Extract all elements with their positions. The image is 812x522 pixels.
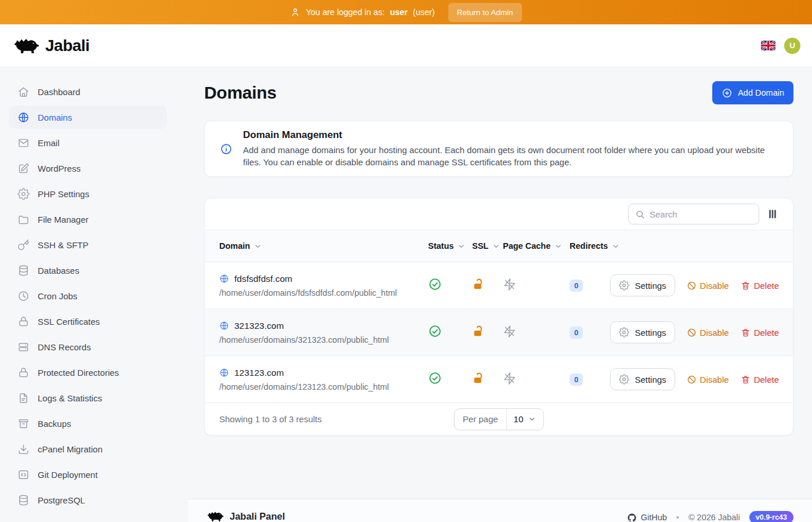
delete-button[interactable]: Delete	[741, 375, 779, 385]
download-icon	[17, 443, 30, 455]
trash-icon	[741, 281, 751, 291]
column-header-redirects: Redirects	[570, 241, 622, 251]
redirects-count-badge: 0	[570, 327, 583, 339]
sidebar-item-protected-directories[interactable]: Protected Directories	[9, 361, 167, 384]
copyright: © 2026 Jabali	[688, 513, 740, 522]
sidebar-item-php-settings[interactable]: PHP Settings	[9, 182, 167, 205]
per-page-label: Per page	[455, 409, 507, 430]
user-avatar[interactable]: U	[784, 38, 800, 54]
domain-cell: 123123.com /home/user/domains/123123.com…	[219, 368, 428, 392]
table-row: fdsfsdfdsf.com /home/user/domains/fdsfsd…	[205, 262, 793, 309]
sidebar-item-domains[interactable]: Domains	[9, 106, 167, 129]
settings-button[interactable]: Settings	[610, 368, 675, 390]
plus-circle-icon	[722, 88, 733, 99]
column-header-status: Status	[428, 241, 472, 251]
disable-button[interactable]: Disable	[687, 375, 729, 385]
globe-icon	[219, 321, 229, 331]
results-summary: Showing 1 to 3 of 3 results	[219, 414, 322, 424]
gear-icon	[619, 374, 629, 385]
sidebar-item-cron-jobs[interactable]: Cron Jobs	[9, 284, 167, 307]
globe-icon	[17, 111, 30, 124]
sidebar-item-dashboard[interactable]: Dashboard	[9, 80, 167, 103]
disable-button[interactable]: Disable	[687, 328, 729, 338]
footer-brand-name: Jabali Panel	[230, 511, 285, 522]
per-page-control[interactable]: Per page 10	[454, 408, 544, 430]
folder-icon	[17, 213, 30, 226]
status-enabled-icon	[428, 277, 442, 291]
settings-button[interactable]: Settings	[610, 274, 675, 296]
sidebar-item-backups[interactable]: Backups	[9, 412, 167, 435]
language-flag-icon[interactable]	[761, 41, 775, 50]
page-cache-off-icon	[503, 372, 516, 385]
domain-name: fdsfsdfdsf.com	[234, 274, 292, 284]
ban-icon	[687, 281, 697, 291]
sidebar-item-git-deployment[interactable]: Git Deployment	[9, 463, 167, 486]
sort-chevron-icon[interactable]	[492, 242, 501, 251]
database-icon	[17, 264, 30, 277]
domain-name: 123123.com	[234, 368, 284, 378]
sidebar-item-file-manager[interactable]: File Manager	[9, 208, 167, 231]
footer: Jabali Panel GitHub • © 2026 Jabali v0.9…	[188, 499, 812, 522]
sidebar-item-ssl-certificates[interactable]: SSL Certificates	[9, 310, 167, 333]
domain-path: /home/user/domains/123123.com/public_htm…	[219, 382, 428, 392]
status-enabled-icon	[428, 371, 442, 385]
domain-path: /home/user/domains/fdsfsdfdsf.com/public…	[219, 288, 428, 298]
domain-name: 321323.com	[234, 321, 284, 331]
admin-top-bar: You are logged in as: user (user) Return…	[0, 0, 812, 24]
sidebar-item-ssh-sftp[interactable]: SSH & SFTP	[9, 233, 167, 256]
globe-icon	[219, 274, 229, 284]
sidebar-item-logs-statistics[interactable]: Logs & Statistics	[9, 386, 167, 409]
globe-icon	[219, 368, 229, 378]
return-to-admin-button[interactable]: Return to Admin	[448, 3, 522, 22]
disable-button[interactable]: Disable	[687, 281, 729, 291]
server-icon	[17, 341, 30, 353]
brand: Jabali	[13, 36, 89, 55]
home-icon	[17, 86, 30, 98]
jabali-boar-logo-icon	[13, 36, 39, 55]
settings-button[interactable]: Settings	[610, 321, 675, 343]
mail-icon	[17, 137, 30, 149]
logged-in-role: (user)	[413, 8, 435, 17]
sort-chevron-icon[interactable]	[611, 242, 620, 251]
main-content: Domains Add Domain Domain Management Add…	[176, 67, 812, 522]
table-body: fdsfsdfdsf.com /home/user/domains/fdsfsd…	[205, 262, 793, 403]
sort-chevron-icon[interactable]	[457, 242, 466, 251]
add-domain-button[interactable]: Add Domain	[712, 81, 793, 104]
github-link[interactable]: GitHub	[627, 513, 667, 522]
sidebar-item-dns-records[interactable]: DNS Records	[9, 335, 167, 358]
ban-icon	[687, 375, 697, 385]
sidebar-item-cpanel-migration[interactable]: cPanel Migration	[9, 437, 167, 461]
column-visibility-button[interactable]	[765, 206, 780, 222]
version-badge: v0.9-rc43	[749, 511, 793, 522]
archive-icon	[17, 418, 30, 430]
table-row: 123123.com /home/user/domains/123123.com…	[205, 356, 793, 403]
sidebar-item-databases[interactable]: Databases	[9, 259, 167, 282]
delete-button[interactable]: Delete	[741, 328, 779, 338]
per-page-value: 10	[514, 414, 524, 424]
brand-name: Jabali	[45, 37, 89, 55]
footer-separator: •	[676, 513, 679, 522]
info-card: Domain Management Add and manage domains…	[204, 121, 793, 177]
clock-icon	[17, 290, 30, 302]
sidebar-item-email[interactable]: Email	[9, 131, 167, 154]
status-enabled-icon	[428, 324, 442, 338]
gear-icon	[17, 188, 30, 200]
delete-button[interactable]: Delete	[741, 281, 779, 291]
footer-brand: Jabali Panel	[206, 510, 285, 522]
trash-icon	[741, 328, 751, 338]
search-input[interactable]	[650, 209, 752, 219]
sort-chevron-icon[interactable]	[253, 242, 262, 251]
ssl-unlocked-icon	[472, 278, 485, 291]
ban-icon	[687, 328, 697, 338]
column-header-domain[interactable]: Domain	[219, 241, 428, 251]
edit-icon	[17, 162, 30, 175]
lock-icon	[17, 316, 30, 328]
sort-chevron-icon[interactable]	[554, 242, 563, 251]
logged-in-text: You are logged in as:	[306, 8, 385, 17]
lock-icon	[17, 367, 30, 379]
sidebar-item-postgresql[interactable]: PostgreSQL	[9, 488, 167, 512]
redirects-count-badge: 0	[570, 280, 583, 292]
sidebar-item-wordpress[interactable]: WordPress	[9, 157, 167, 180]
chevron-down-icon	[527, 415, 536, 423]
ssl-unlocked-icon	[472, 372, 485, 385]
